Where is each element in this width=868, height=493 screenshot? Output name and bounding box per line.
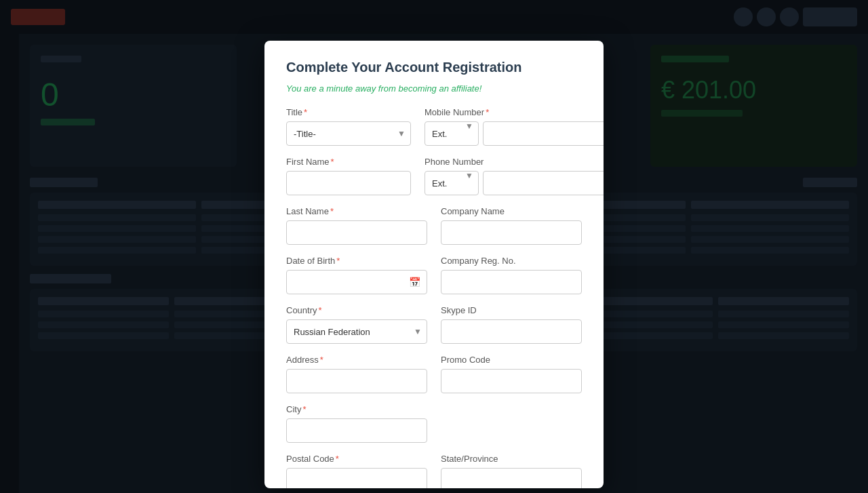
skype-input[interactable] [441,319,582,344]
state-label: State/Province [441,454,582,464]
company-name-input[interactable] [441,220,582,245]
row-postal-state: Postal Code* State/Province [286,454,582,488]
postal-required: * [336,454,339,464]
last-name-label: Last Name* [286,206,427,216]
postal-group: Postal Code* [286,454,427,488]
country-select-wrapper: Russian Federation United States United … [286,319,427,344]
country-select[interactable]: Russian Federation United States United … [286,319,427,344]
address-required: * [320,355,323,365]
title-label: Title* [286,107,411,117]
modal-subtitle: You are a minute away from becoming an a… [286,83,582,94]
promo-label: Promo Code [441,355,582,365]
row-lastname-company: Last Name* Company Name [286,206,582,245]
phone-ext-wrapper: Ext. +1 +7 +44 ▼ [425,171,479,195]
country-label: Country* [286,305,427,315]
row-country-skype: Country* Russian Federation United State… [286,305,582,344]
row-address-promo: Address* Promo Code [286,355,582,393]
phone-ext-select[interactable]: Ext. +1 +7 +44 [425,171,479,195]
skype-group: Skype ID [441,305,582,344]
state-input[interactable] [441,468,582,488]
city-input[interactable] [286,418,427,443]
phone-label: Phone Number [425,157,582,167]
address-group: Address* [286,355,427,393]
mobile-input-group: Ext. +1 +7 +44 ▼ [425,121,582,146]
mobile-ext-wrapper: Ext. +1 +7 +44 ▼ [425,121,479,146]
company-name-group: Company Name [441,206,582,245]
title-required: * [304,107,307,117]
state-group: State/Province [441,454,582,488]
last-name-input[interactable] [286,220,427,245]
city-group: City* [286,404,427,443]
city-required: * [302,404,306,414]
company-reg-input[interactable] [441,270,582,294]
address-input[interactable] [286,369,427,393]
first-name-label: First Name* [286,157,411,167]
row-dob-compreg: Date of Birth* 📅 Company Reg. No. [286,256,582,294]
postal-input[interactable] [286,468,427,488]
modal-title: Complete Your Account Registration [286,60,582,75]
company-reg-label: Company Reg. No. [441,256,582,266]
mobile-number-input[interactable] [483,121,604,146]
mobile-group: Mobile Number* Ext. +1 +7 +44 ▼ [425,107,582,146]
mobile-ext-select[interactable]: Ext. +1 +7 +44 [425,121,479,146]
mobile-label: Mobile Number* [425,107,582,117]
dob-label: Date of Birth* [286,256,427,266]
country-group: Country* Russian Federation United State… [286,305,427,344]
first-name-required: * [331,157,334,167]
company-reg-group: Company Reg. No. [441,256,582,294]
skype-label: Skype ID [441,305,582,315]
promo-input[interactable] [441,369,582,393]
row-city: City* [286,404,582,443]
last-name-group: Last Name* [286,206,427,245]
last-name-required: * [330,206,334,216]
dob-input-wrapper: 📅 [286,270,427,294]
phone-input-group: Ext. +1 +7 +44 ▼ [425,171,582,195]
dob-required: * [336,256,340,266]
row-title-mobile: Title* -Title- Mr. Mrs. Ms. Dr. ▼ Mobile… [286,107,582,146]
company-name-label: Company Name [441,206,582,216]
phone-group: Phone Number Ext. +1 +7 +44 ▼ [425,157,582,195]
title-select-wrapper: -Title- Mr. Mrs. Ms. Dr. ▼ [286,121,411,146]
first-name-input[interactable] [286,171,411,195]
title-select[interactable]: -Title- Mr. Mrs. Ms. Dr. [286,121,411,146]
phone-number-input[interactable] [483,171,604,195]
first-name-group: First Name* [286,157,411,195]
row-firstname-phone: First Name* Phone Number Ext. +1 +7 +44 [286,157,582,195]
postal-label: Postal Code* [286,454,427,464]
city-label: City* [286,404,427,414]
dob-group: Date of Birth* 📅 [286,256,427,294]
country-required: * [319,305,322,315]
address-label: Address* [286,355,427,365]
dob-input[interactable] [286,270,427,294]
registration-modal: Complete Your Account Registration You a… [264,41,604,488]
mobile-required: * [486,107,489,117]
modal-backdrop: Complete Your Account Registration You a… [0,0,868,493]
title-group: Title* -Title- Mr. Mrs. Ms. Dr. ▼ [286,107,411,146]
promo-group: Promo Code [441,355,582,393]
